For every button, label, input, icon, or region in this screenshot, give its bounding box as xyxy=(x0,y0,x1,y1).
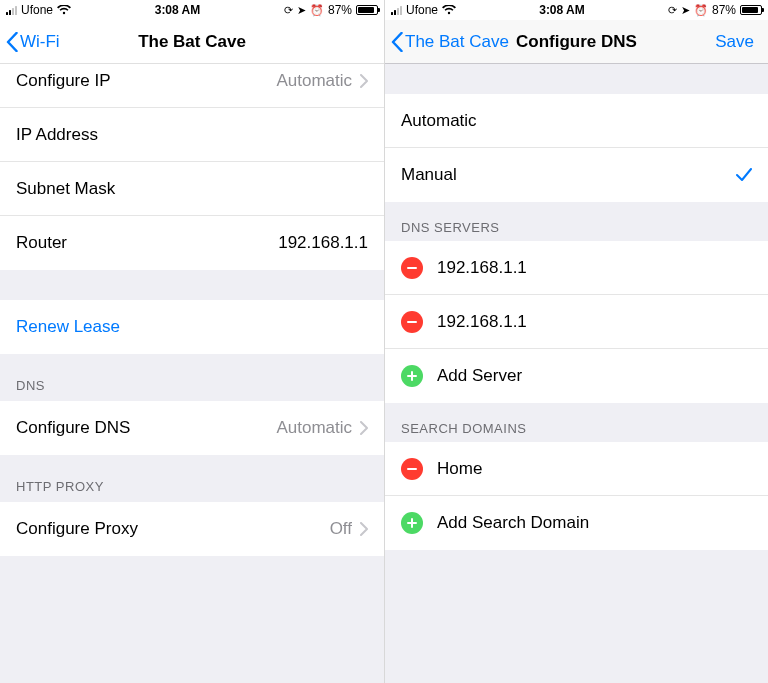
row-value: 192.168.1.1 xyxy=(278,233,368,253)
row-label: Add Server xyxy=(437,366,522,386)
add-icon[interactable] xyxy=(401,512,423,534)
status-time: 3:08 AM xyxy=(155,3,201,17)
row-label: IP Address xyxy=(16,125,98,145)
orientation-lock-icon: ⟳ xyxy=(284,4,293,17)
battery-pct: 87% xyxy=(328,3,352,17)
status-bar: Ufone 3:08 AM ⟳ ➤ ⏰ 87% xyxy=(0,0,384,20)
location-icon: ➤ xyxy=(297,4,306,17)
row-configure-proxy[interactable]: Configure Proxy Off xyxy=(0,502,384,556)
row-value: Automatic xyxy=(276,418,352,438)
delete-icon[interactable] xyxy=(401,311,423,333)
section-header-dns-servers: DNS SERVERS xyxy=(385,202,768,241)
nav-bar: The Bat Cave Configure DNS Save xyxy=(385,20,768,64)
row-label: Subnet Mask xyxy=(16,179,115,199)
dns-server-row[interactable]: 192.168.1.1 xyxy=(385,295,768,349)
search-domain-row[interactable]: Home xyxy=(385,442,768,496)
chevron-right-icon xyxy=(360,421,368,435)
save-button[interactable]: Save xyxy=(715,32,768,52)
row-label: Add Search Domain xyxy=(437,513,589,533)
row-label: Renew Lease xyxy=(16,317,120,337)
add-search-domain-row[interactable]: Add Search Domain xyxy=(385,496,768,550)
alarm-icon: ⏰ xyxy=(694,4,708,17)
status-time: 3:08 AM xyxy=(539,3,585,17)
status-bar: Ufone 3:08 AM ⟳ ➤ ⏰ 87% xyxy=(385,0,768,20)
row-label: Router xyxy=(16,233,67,253)
add-icon[interactable] xyxy=(401,365,423,387)
battery-pct: 87% xyxy=(712,3,736,17)
wifi-icon xyxy=(57,5,71,15)
configure-dns-screen: Ufone 3:08 AM ⟳ ➤ ⏰ 87% The Bat Cave Con… xyxy=(384,0,768,683)
nav-title: Configure DNS xyxy=(516,32,637,52)
back-button[interactable]: The Bat Cave xyxy=(385,32,509,52)
wifi-details-screen: Ufone 3:08 AM ⟳ ➤ ⏰ 87% Wi-Fi The Bat Ca… xyxy=(0,0,384,683)
section-header-http-proxy: HTTP PROXY xyxy=(0,455,384,502)
row-label: Configure Proxy xyxy=(16,519,138,539)
content-scroll[interactable]: Configure IP Automatic IP Address Subnet… xyxy=(0,64,384,683)
row-label: Automatic xyxy=(401,111,477,131)
nav-bar: Wi-Fi The Bat Cave xyxy=(0,20,384,64)
row-label: Configure IP xyxy=(16,71,111,91)
row-subnet-mask: Subnet Mask xyxy=(0,162,384,216)
section-header-dns: DNS xyxy=(0,354,384,401)
checkmark-icon xyxy=(736,168,752,182)
delete-icon[interactable] xyxy=(401,458,423,480)
section-header-search-domains: SEARCH DOMAINS xyxy=(385,403,768,442)
chevron-right-icon xyxy=(360,74,368,88)
row-value: Off xyxy=(330,519,352,539)
add-server-row[interactable]: Add Server xyxy=(385,349,768,403)
row-configure-ip[interactable]: Configure IP Automatic xyxy=(0,64,384,108)
row-label: 192.168.1.1 xyxy=(437,312,527,332)
orientation-lock-icon: ⟳ xyxy=(668,4,677,17)
option-manual[interactable]: Manual xyxy=(385,148,768,202)
option-automatic[interactable]: Automatic xyxy=(385,94,768,148)
row-label: Configure DNS xyxy=(16,418,130,438)
dns-server-row[interactable]: 192.168.1.1 xyxy=(385,241,768,295)
row-value: Automatic xyxy=(276,71,352,91)
battery-icon xyxy=(356,5,378,15)
content-scroll[interactable]: Automatic Manual DNS SERVERS 192.168.1.1… xyxy=(385,64,768,683)
back-label: The Bat Cave xyxy=(405,32,509,52)
location-icon: ➤ xyxy=(681,4,690,17)
carrier-label: Ufone xyxy=(21,3,53,17)
row-configure-dns[interactable]: Configure DNS Automatic xyxy=(0,401,384,455)
row-ip-address: IP Address xyxy=(0,108,384,162)
nav-title: The Bat Cave xyxy=(138,32,246,52)
back-label: Wi-Fi xyxy=(20,32,60,52)
row-label: Manual xyxy=(401,165,457,185)
row-label: Home xyxy=(437,459,482,479)
chevron-right-icon xyxy=(360,522,368,536)
row-label: 192.168.1.1 xyxy=(437,258,527,278)
carrier-label: Ufone xyxy=(406,3,438,17)
alarm-icon: ⏰ xyxy=(310,4,324,17)
signal-icon xyxy=(391,5,402,15)
renew-lease-button[interactable]: Renew Lease xyxy=(0,300,384,354)
wifi-icon xyxy=(442,5,456,15)
delete-icon[interactable] xyxy=(401,257,423,279)
back-button[interactable]: Wi-Fi xyxy=(0,32,60,52)
signal-icon xyxy=(6,5,17,15)
row-router: Router 192.168.1.1 xyxy=(0,216,384,270)
battery-icon xyxy=(740,5,762,15)
